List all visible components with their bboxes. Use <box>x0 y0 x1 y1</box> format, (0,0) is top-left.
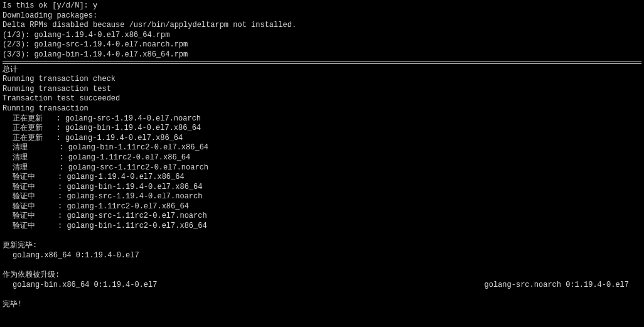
deps-header: 作为依赖被升级: <box>3 271 641 281</box>
tx-check: Running transaction check <box>3 75 641 85</box>
transaction-row: 验证中 : golang-1.11rc2-0.el7.x86_64 <box>13 202 641 212</box>
updated-header: 更新完毕: <box>3 241 641 251</box>
download-pkg-2: (2/3): golang-src-1.19.4-0.el7.noarch.rp… <box>3 40 641 50</box>
prompt-line: Is this ok [y/d/N]: y <box>3 1 641 11</box>
tx-succeeded: Transaction test succeeded <box>3 94 641 104</box>
transaction-row: 验证中 : golang-src-1.11rc2-0.el7.noarch <box>13 212 641 222</box>
transaction-row: 清理 : golang-bin-1.11rc2-0.el7.x86_64 <box>13 143 641 153</box>
transaction-row: 正在更新 : golang-1.19.4-0.el7.x86_64 <box>13 134 641 144</box>
transaction-row: 验证中 : golang-bin-1.19.4-0.el7.x86_64 <box>13 183 641 193</box>
transaction-row: 正在更新 : golang-bin-1.19.4-0.el7.x86_64 <box>13 124 641 134</box>
transaction-row: 验证中 : golang-bin-1.11rc2-0.el7.x86_64 <box>13 222 641 232</box>
summary-header: 总计 <box>3 65 641 75</box>
separator-line <box>3 62 641 64</box>
downloading-header: Downloading packages: <box>3 11 641 21</box>
blank-line-4 <box>3 290 641 300</box>
deps-item-2: golang-src.noarch 0:1.19.4-0.el7 <box>485 281 629 291</box>
transaction-row: 验证中 : golang-src-1.19.4-0.el7.noarch <box>13 192 641 202</box>
blank-line-3 <box>3 260 641 271</box>
transaction-row: 清理 : golang-1.11rc2-0.el7.x86_64 <box>13 153 641 163</box>
transaction-rows: 正在更新 : golang-src-1.19.4-0.el7.noarch正在更… <box>3 114 641 232</box>
transaction-row: 清理 : golang-src-1.11rc2-0.el7.noarch <box>13 163 641 173</box>
download-pkg-1: (1/3): golang-1.19.4-0.el7.x86_64.rpm <box>3 31 641 41</box>
tx-running: Running transaction <box>3 104 641 114</box>
updated-item: golang.x86_64 0:1.19.4-0.el7 <box>13 251 641 261</box>
deps-item-1: golang-bin.x86_64 0:1.19.4-0.el7 <box>13 281 157 291</box>
deps-row: golang-bin.x86_64 0:1.19.4-0.el7 golang-… <box>13 281 641 291</box>
transaction-row: 正在更新 : golang-src-1.19.4-0.el7.noarch <box>13 114 641 124</box>
tx-test: Running transaction test <box>3 85 641 95</box>
download-pkg-3: (3/3): golang-bin-1.19.4-0.el7.x86_64.rp… <box>3 50 641 60</box>
blank-line-2 <box>3 232 641 242</box>
complete-line: 完毕! <box>3 300 641 310</box>
transaction-row: 验证中 : golang-1.19.4-0.el7.x86_64 <box>13 173 641 183</box>
delta-rpm-notice: Delta RPMs disabled because /usr/bin/app… <box>3 21 641 31</box>
